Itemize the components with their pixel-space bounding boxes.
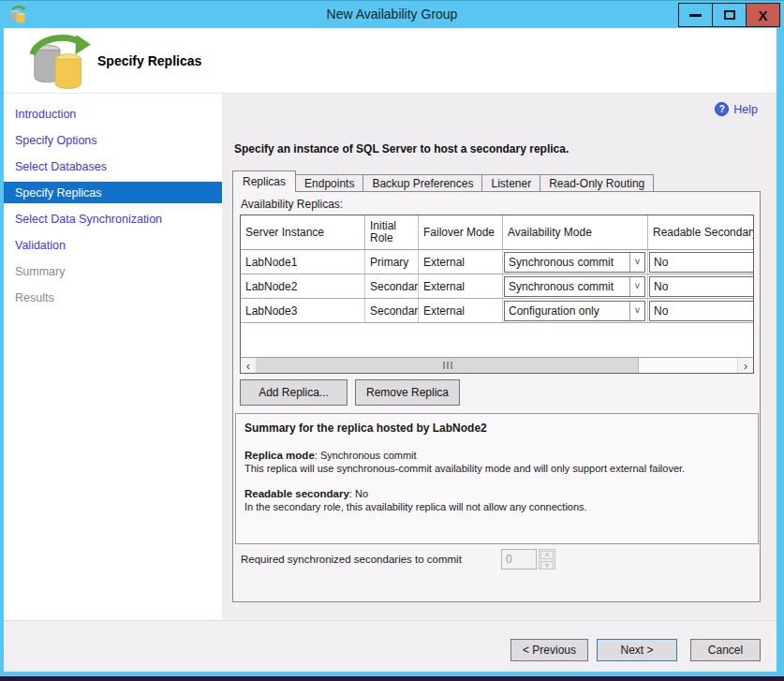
cell-failover-mode: External (419, 299, 503, 322)
readable-secondary-label: Readable secondary (244, 488, 349, 499)
maximize-icon (724, 10, 735, 20)
replica-mode-value: : Synchronous commit (315, 450, 417, 461)
dropdown-value: No (650, 277, 754, 296)
chevron-down-icon[interactable]: ˅ (629, 302, 644, 320)
table-header-row: Server Instance Initial Role Failover Mo… (241, 215, 754, 250)
sidebar-item-introduction[interactable]: Introduction (4, 101, 222, 127)
tab-strip: Replicas Endpoints Backup Preferences Li… (232, 170, 653, 192)
table-row[interactable]: LabNode2 Secondary External Synchronous … (241, 274, 754, 299)
sidebar-item-summary: Summary (4, 259, 222, 285)
sidebar-item-select-databases[interactable]: Select Databases (4, 154, 222, 180)
readable-secondary-dropdown[interactable]: No (649, 252, 754, 273)
cell-initial-role: Secondary (365, 274, 419, 298)
dropdown-value: Synchronous commit (505, 277, 629, 296)
column-initial-role[interactable]: Initial Role (365, 215, 419, 249)
dropdown-value: No (650, 253, 754, 272)
availability-group-icon (24, 33, 94, 91)
cancel-button[interactable]: Cancel (690, 639, 761, 661)
sidebar-item-specify-options[interactable]: Specify Options (4, 127, 222, 154)
column-failover-mode[interactable]: Failover Mode (419, 215, 503, 249)
spin-down-icon: ˅ (540, 561, 554, 570)
scrollbar-thumb[interactable] (257, 358, 639, 373)
cell-readable-secondary: No (648, 274, 754, 298)
required-secondaries-input: 0 (501, 549, 537, 570)
thumb-grip-icon (451, 362, 452, 369)
column-server-instance[interactable]: Server Instance (241, 215, 365, 249)
previous-button[interactable]: < Previous (510, 639, 588, 661)
readable-secondary-dropdown[interactable]: No (649, 276, 754, 297)
titlebar[interactable]: New Availability Group x (0, 0, 784, 28)
chevron-down-icon[interactable]: ˅ (629, 253, 644, 272)
availability-mode-dropdown[interactable]: Synchronous commit ˅ (504, 252, 645, 273)
wizard-content: ? Help Specify an instance of SQL Server… (222, 94, 777, 620)
help-label: Help (733, 103, 758, 116)
cell-initial-role: Secondary (365, 299, 419, 322)
chevron-down-icon[interactable]: ˅ (629, 277, 644, 296)
required-secondaries-row: Required synchronized secondaries to com… (241, 549, 555, 570)
cell-readable-secondary: No (648, 250, 754, 274)
replicas-tab-page: Availability Replicas: Server Instance I… (232, 191, 761, 602)
sidebar-item-validation[interactable]: Validation (4, 232, 222, 259)
sidebar-item-specify-replicas[interactable]: Specify Replicas (4, 182, 222, 203)
dropdown-value: Synchronous commit (505, 253, 629, 272)
add-replica-button[interactable]: Add Replica... (240, 379, 348, 406)
scroll-left-icon[interactable]: ‹ (241, 358, 257, 373)
cell-availability-mode: Synchronous commit ˅ (503, 274, 648, 298)
cell-failover-mode: External (419, 250, 503, 274)
page-title: Specify Replicas (97, 53, 201, 68)
desktop-edge (0, 676, 784, 681)
window-border-right (777, 28, 784, 672)
readable-secondary-line: Readable secondary: No (244, 487, 749, 500)
cell-availability-mode: Configuration only ˅ (503, 299, 648, 322)
sidebar-item-select-data-synchronization[interactable]: Select Data Synchronization (4, 206, 222, 232)
tab-read-only-routing[interactable]: Read-Only Routing (540, 174, 654, 192)
required-secondaries-stepper: ˄ ˅ (539, 549, 555, 570)
tab-replicas[interactable]: Replicas (232, 170, 296, 192)
availability-mode-dropdown[interactable]: Synchronous commit ˅ (504, 276, 645, 297)
horizontal-scrollbar[interactable]: ‹ › (241, 357, 753, 373)
cell-readable-secondary: No (648, 299, 754, 322)
cell-failover-mode: External (419, 274, 503, 298)
readable-secondary-description: In the secondary role, this availability… (244, 500, 749, 513)
maximize-button[interactable] (712, 3, 747, 27)
summary-title: Summary for the replica hosted by LabNod… (244, 422, 749, 435)
window-title: New Availability Group (0, 7, 784, 22)
sidebar-item-results: Results (4, 285, 222, 311)
next-button[interactable]: Next > (597, 639, 677, 661)
close-button[interactable]: x (746, 3, 780, 27)
replica-mode-line: Replica mode: Synchronous commit (244, 449, 749, 462)
scroll-right-icon[interactable]: › (737, 358, 753, 373)
required-secondaries-label: Required synchronized secondaries to com… (241, 554, 501, 565)
tab-endpoints[interactable]: Endpoints (295, 174, 363, 192)
remove-replica-button[interactable]: Remove Replica (355, 379, 460, 406)
column-readable-secondary[interactable]: Readable Secondary (648, 215, 754, 249)
thumb-grip-icon (447, 362, 449, 369)
readable-secondary-dropdown[interactable]: No (649, 301, 754, 321)
tab-backup-preferences[interactable]: Backup Preferences (362, 174, 482, 192)
minimize-button[interactable] (678, 3, 713, 27)
close-icon: x (758, 8, 767, 22)
cell-server-instance: LabNode3 (241, 299, 365, 322)
column-availability-mode[interactable]: Availability Mode (503, 215, 648, 249)
wizard-header: Specify Replicas (4, 28, 777, 94)
window-controls: x (679, 3, 780, 27)
dropdown-value: Configuration only (505, 302, 629, 320)
replicas-table: Server Instance Initial Role Failover Mo… (240, 215, 754, 374)
replica-mode-label: Replica mode (244, 450, 315, 461)
minimize-icon (689, 14, 702, 17)
cell-initial-role: Primary (365, 250, 419, 274)
tab-listener[interactable]: Listener (481, 174, 540, 192)
spin-up-icon: ˄ (540, 551, 554, 559)
replica-summary-panel: Summary for the replica hosted by LabNod… (235, 413, 759, 544)
wizard-steps-sidebar: Introduction Specify Options Select Data… (4, 94, 222, 620)
cell-server-instance: LabNode1 (241, 250, 365, 274)
help-icon: ? (715, 102, 729, 116)
help-link[interactable]: ? Help (715, 102, 758, 116)
availability-mode-dropdown[interactable]: Configuration only ˅ (504, 301, 645, 321)
wizard-footer: < Previous Next > Cancel (4, 620, 777, 672)
cell-server-instance: LabNode2 (241, 274, 365, 298)
availability-replicas-label: Availability Replicas: (241, 198, 343, 211)
table-row[interactable]: LabNode1 Primary External Synchronous co… (241, 250, 754, 274)
table-row[interactable]: LabNode3 Secondary External Configuratio… (241, 299, 754, 323)
readable-secondary-value: : No (349, 488, 368, 499)
